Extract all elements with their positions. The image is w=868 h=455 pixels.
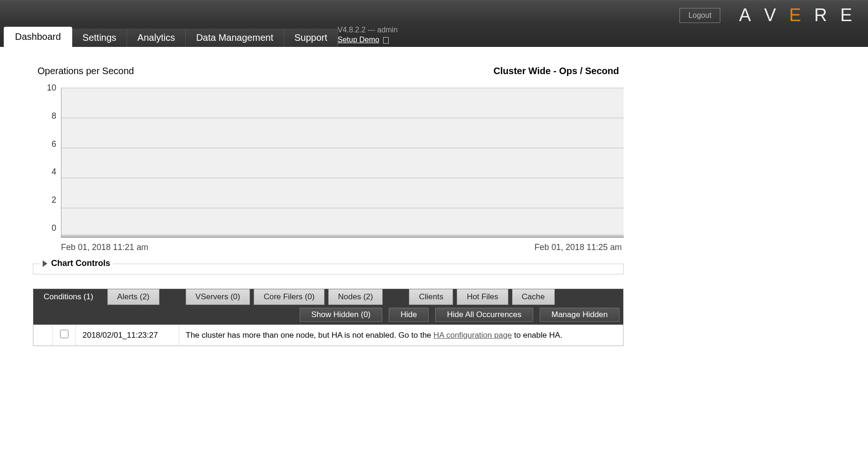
checkbox-cell [53,325,76,346]
x-tick-end: Feb 01, 2018 11:25 am [535,243,622,252]
chart-plot[interactable] [61,88,624,238]
y-tick: 0 [52,223,56,233]
y-tick: 10 [47,83,56,93]
status-tab-hotfiles[interactable]: Hot Files [457,289,508,305]
status-actions: Show Hidden (0) Hide Hide All Occurrence… [33,305,623,325]
logout-button[interactable]: Logout [679,8,720,23]
header-right: Logout A V E R E [679,5,859,25]
dashboard-content: Operations per Second Cluster Wide - Ops… [0,47,657,365]
chart-controls-label: Chart Controls [51,258,110,268]
chart-y-axis: 10 8 6 4 2 0 [47,83,61,233]
status-tab-alerts[interactable]: Alerts (2) [107,289,159,305]
logo-letter: A [739,5,757,25]
chart-header: Operations per Second Cluster Wide - Ops… [33,66,624,76]
row-checkbox[interactable] [60,330,68,338]
tab-settings[interactable]: Settings [72,29,127,47]
status-panel: Conditions (1) Alerts (2) VServers (0) C… [33,288,624,346]
ha-config-link[interactable]: HA configuration page [433,331,512,340]
brand-logo: A V E R E [739,5,859,25]
hide-button[interactable]: Hide [389,308,429,322]
x-tick-start: Feb 01, 2018 11:21 am [61,243,148,252]
chart-controls-toggle[interactable]: Chart Controls [40,258,113,268]
y-tick: 8 [52,111,56,121]
status-tab-conditions[interactable]: Conditions (1) [33,289,104,305]
conditions-table: 2018/02/01_11:23:27 The cluster has more… [33,325,623,346]
triangle-right-icon [43,260,47,267]
logo-letter: R [814,5,833,25]
chart-x-axis: Feb 01, 2018 11:21 am Feb 01, 2018 11:25… [61,243,624,252]
chart-title-right: Cluster Wide - Ops / Second [493,66,619,76]
status-tab-nodes[interactable]: Nodes (2) [328,289,383,305]
logo-letter: E [840,5,859,25]
status-tab-corefilers[interactable]: Core Filers (0) [254,289,325,305]
logo-letter: V [764,5,782,25]
tab-dashboard[interactable]: Dashboard [4,27,72,47]
hide-all-button[interactable]: Hide All Occurrences [435,308,533,322]
message-pre: The cluster has more than one node, but … [186,331,433,340]
tab-support[interactable]: Support [284,29,338,47]
y-tick: 2 [52,195,56,205]
y-tick: 4 [52,167,56,177]
chart-area: 10 8 6 4 2 0 [47,88,624,238]
status-tab-vservers[interactable]: VServers (0) [186,289,250,305]
setup-demo-link[interactable]: Setup Demo [338,36,379,44]
y-tick: 6 [52,139,56,149]
tab-data-management[interactable]: Data Management [186,29,284,47]
tab-analytics[interactable]: Analytics [127,29,186,47]
timestamp-cell: 2018/02/01_11:23:27 [76,325,179,346]
logo-letter-accent: E [789,5,808,25]
chart-controls-panel: Chart Controls [33,264,624,274]
table-row: 2018/02/01_11:23:27 The cluster has more… [34,325,623,346]
chart-title-left: Operations per Second [38,66,134,76]
main-nav: Dashboard Settings Analytics Data Manage… [4,27,338,47]
message-cell: The cluster has more than one node, but … [179,325,623,346]
app-header: Logout A V E R E Dashboard Settings Anal… [0,0,868,47]
manage-hidden-button[interactable]: Manage Hidden [540,308,619,322]
show-hidden-button[interactable]: Show Hidden (0) [300,308,383,322]
header-info: V4.8.2.2 --- admin Setup Demo [338,25,398,45]
version-line: V4.8.2.2 --- admin [338,25,398,35]
document-icon [383,37,389,44]
status-tab-clients[interactable]: Clients [409,289,453,305]
status-tabs: Conditions (1) Alerts (2) VServers (0) C… [33,289,623,305]
status-tab-cache[interactable]: Cache [512,289,555,305]
expand-cell[interactable] [34,325,53,346]
message-post: to enable HA. [512,331,563,340]
